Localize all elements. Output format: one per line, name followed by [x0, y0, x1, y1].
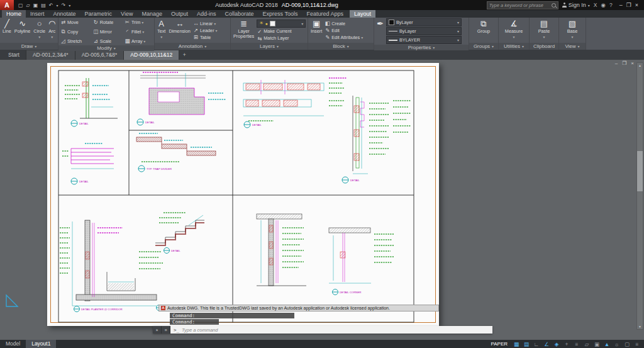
panel-label-modify[interactable]: Modify▾: [58, 45, 154, 51]
match-properties-button[interactable]: ✒: [376, 18, 384, 44]
ribbon-tab-parametric[interactable]: Parametric: [80, 10, 117, 18]
scroll-down-icon[interactable]: ▼: [637, 324, 643, 329]
object-snap-icon[interactable]: ◈: [552, 341, 562, 347]
base-button[interactable]: ▧Base▾: [567, 18, 579, 42]
scrollbar-thumb[interactable]: [637, 151, 643, 191]
minimize-button[interactable]: –: [619, 2, 623, 8]
paper-space-toggle[interactable]: PAPER: [487, 341, 511, 347]
doc-close-button[interactable]: ×: [631, 60, 634, 66]
make-current-button[interactable]: ✓Make Current: [257, 28, 306, 35]
vertical-scrollbar[interactable]: ▲ ▼: [636, 62, 643, 330]
scale-button[interactable]: ⊿Scale: [93, 37, 120, 45]
file-tab-ad001[interactable]: AD-001,2,3&4*: [26, 50, 75, 60]
doc-restore-button[interactable]: ❐: [622, 60, 626, 66]
fillet-button[interactable]: ◜Fillet▾: [125, 28, 152, 35]
grid-icon[interactable]: ▦: [511, 341, 521, 347]
measure-button[interactable]: ∡Measure▾: [504, 18, 523, 42]
line-button[interactable]: ╱Line: [2, 18, 12, 42]
ribbon-tab-addins[interactable]: Add-ins: [192, 10, 221, 18]
insert-button[interactable]: ▣Insert: [310, 18, 323, 42]
sign-in-button[interactable]: Sign In ▾: [562, 2, 590, 8]
object-snap-tracking-icon[interactable]: +: [562, 341, 572, 347]
new-drawing-tab-button[interactable]: +: [179, 50, 189, 60]
paste-button[interactable]: ▤Paste▾: [538, 18, 551, 42]
app-store-icon[interactable]: X: [594, 2, 597, 8]
stay-connected-icon[interactable]: ◉: [601, 2, 605, 8]
table-button[interactable]: ⊞Table: [193, 34, 218, 40]
layout1-tab[interactable]: Layout1: [26, 340, 56, 348]
ribbon-tab-manage[interactable]: Manage: [137, 10, 167, 18]
polar-tracking-icon[interactable]: ∠: [541, 341, 552, 347]
plot-icon[interactable]: ▤: [41, 3, 46, 8]
ortho-icon[interactable]: ∟: [531, 341, 541, 347]
doc-minimize-button[interactable]: –: [615, 60, 618, 66]
ribbon-tab-annotate[interactable]: Annotate: [49, 10, 80, 18]
redo-icon[interactable]: ↷: [62, 3, 66, 8]
file-tab-start[interactable]: Start: [2, 50, 26, 60]
help-icon[interactable]: ?: [609, 2, 613, 8]
dimension-button[interactable]: ↔Dimension: [168, 18, 191, 42]
open-file-icon[interactable]: ▱: [26, 3, 30, 8]
panel-label-annotation[interactable]: Annotation▾: [155, 43, 230, 50]
layer-properties-button[interactable]: ≣Layer Properties: [233, 18, 255, 42]
ribbon-tab-express-tools[interactable]: Express Tools: [258, 10, 303, 18]
circle-button[interactable]: ○Circle▾: [33, 18, 46, 42]
transparency-icon[interactable]: ▱: [582, 341, 592, 347]
infocenter-search-box[interactable]: Type a keyword or phrase: [487, 1, 558, 9]
maximize-button[interactable]: ❐: [626, 2, 631, 8]
ribbon-tab-view[interactable]: View: [116, 10, 137, 18]
selection-cycling-icon[interactable]: ▣: [592, 341, 602, 347]
qat-customize-icon[interactable]: ▾: [69, 3, 70, 8]
command-close-icon[interactable]: ×: [153, 326, 162, 334]
ribbon-tab-home[interactable]: Home: [2, 10, 26, 18]
stretch-button[interactable]: ◿Stretch: [60, 37, 89, 45]
annotation-scale-icon[interactable]: ▲: [602, 341, 612, 347]
text-button[interactable]: AText▾: [157, 18, 166, 42]
undo-dropdown-icon[interactable]: ▾: [57, 3, 58, 8]
ribbon-tab-collaborate[interactable]: Collaborate: [221, 10, 258, 18]
match-layer-button[interactable]: ⇆Match Layer: [257, 35, 306, 42]
copy-button[interactable]: ⧉Copy: [60, 28, 89, 35]
panel-label-view[interactable]: View▾: [559, 43, 586, 50]
object-color-dropdown[interactable]: ByLayer▾: [386, 18, 462, 26]
file-tab-ad005[interactable]: AD-005,6,7&8*: [75, 50, 125, 60]
close-button[interactable]: ×: [635, 2, 638, 8]
layer-select-dropdown[interactable]: ☀ ● ▾: [257, 20, 306, 28]
arc-button[interactable]: ◠Arc▾: [48, 18, 56, 42]
panel-label-clipboard[interactable]: Clipboard: [530, 43, 558, 50]
panel-label-utilities[interactable]: Utilities▾: [499, 43, 529, 50]
linear-button[interactable]: ↔Linear▾: [193, 20, 218, 26]
mirror-button[interactable]: ◫Mirror: [93, 28, 120, 35]
search-icon[interactable]: [552, 3, 556, 8]
edit-attributes-button[interactable]: ✎Edit Attributes▾: [325, 34, 363, 40]
panel-label-properties[interactable]: Properties▾: [374, 45, 469, 50]
trim-button[interactable]: ✂Trim▾: [125, 18, 152, 26]
array-button[interactable]: ▦Array▾: [125, 37, 152, 45]
group-button[interactable]: ⧉Group: [477, 18, 491, 42]
panel-label-block[interactable]: Block▾: [308, 43, 374, 50]
save-icon[interactable]: ▣: [33, 3, 38, 8]
panel-label-draw[interactable]: Draw▾: [0, 43, 58, 50]
create-block-button[interactable]: ◧Create: [325, 20, 363, 26]
edit-block-button[interactable]: ✎Edit: [325, 27, 363, 33]
panel-label-groups[interactable]: Groups▾: [469, 43, 498, 50]
linetype-dropdown[interactable]: ByLayer▾: [386, 27, 462, 35]
autocad-logo-button[interactable]: A: [0, 0, 14, 10]
scroll-up-icon[interactable]: ▲: [637, 63, 643, 68]
snap-icon[interactable]: ▤: [521, 341, 531, 347]
clean-screen-icon[interactable]: ▢: [622, 341, 632, 347]
ribbon-tab-layout[interactable]: Layout: [350, 10, 375, 18]
ribbon-tab-output[interactable]: Output: [167, 10, 192, 18]
model-tab[interactable]: Model: [0, 340, 26, 348]
workspace-icon[interactable]: ☼: [612, 341, 622, 347]
lineweight-dropdown[interactable]: BYLAYER▾: [386, 36, 462, 44]
move-button[interactable]: ⇄Move: [60, 18, 89, 26]
ribbon-tab-insert[interactable]: Insert: [26, 10, 49, 18]
command-customize-icon[interactable]: ≡: [162, 326, 170, 334]
new-file-icon[interactable]: ▢: [18, 3, 23, 8]
leader-button[interactable]: ↗Leader▾: [193, 27, 218, 33]
command-input[interactable]: >_ Type a command: [170, 326, 492, 334]
lineweight-icon[interactable]: ≡: [572, 341, 582, 347]
undo-icon[interactable]: ↶: [49, 3, 53, 8]
rotate-button[interactable]: ↻Rotate: [93, 18, 120, 26]
